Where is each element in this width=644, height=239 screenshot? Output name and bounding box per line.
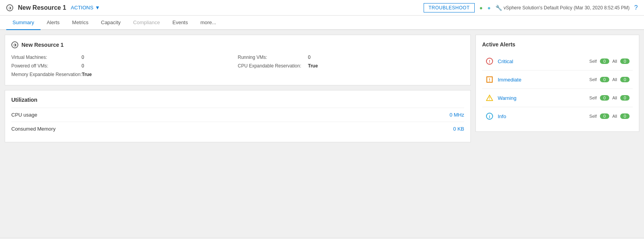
info-row-memory-reservation: Memory Expandable Reservation: True (11, 70, 238, 79)
svg-text:!: ! (489, 78, 490, 82)
cpu-reservation-value: True (308, 63, 318, 69)
critical-self-count: 0 (600, 58, 609, 64)
immediate-self-count: 0 (600, 77, 609, 82)
actions-button[interactable]: ACTIONS ▼ (71, 5, 100, 11)
tab-alerts[interactable]: Alerts (41, 16, 66, 30)
active-alerts-card: Active Alerts ! Critical Self 0 All 0 (475, 35, 639, 132)
powered-off-label: Powered off VMs: (11, 63, 82, 69)
svg-text:!: ! (489, 59, 490, 64)
warning-counts: Self 0 All 0 (589, 95, 630, 101)
warning-self-count: 0 (600, 95, 609, 101)
tab-bar: Summary Alerts Metrics Capacity Complian… (0, 16, 644, 30)
warning-all-count: 0 (620, 95, 630, 101)
running-label: Running VMs: (238, 55, 308, 60)
util-memory-row: Consumed Memory 0 KB (11, 122, 464, 136)
vms-label: Virtual Machines: (11, 55, 82, 60)
immediate-label[interactable]: Immediate (498, 77, 589, 83)
critical-all-label: All (612, 59, 617, 64)
alert-row-info: i Info Self 0 All 0 (482, 107, 633, 125)
util-memory-label: Consumed Memory (11, 126, 55, 132)
policy-icon: 🔧 (495, 5, 502, 11)
header: ◑ New Resource 1 ACTIONS ▼ TROUBLESHOOT … (0, 0, 644, 16)
main-content: ◑ New Resource 1 Virtual Machines: 0 Run… (0, 30, 644, 238)
status-icon-green: ● (479, 5, 483, 11)
alert-row-critical: ! Critical Self 0 All 0 (482, 52, 633, 71)
info-counts: Self 0 All 0 (589, 113, 630, 119)
warning-self-label: Self (589, 96, 597, 100)
info-all-label: All (612, 114, 617, 119)
immediate-all-count: 0 (620, 77, 630, 82)
tab-summary[interactable]: Summary (6, 16, 41, 30)
warning-label[interactable]: Warning (498, 95, 589, 101)
resource-info-card: ◑ New Resource 1 Virtual Machines: 0 Run… (5, 35, 471, 85)
util-cpu-label: CPU usage (11, 112, 37, 118)
resource-card-icon: ◑ (11, 41, 18, 48)
tab-capacity[interactable]: Capacity (95, 16, 127, 30)
header-left: ◑ New Resource 1 ACTIONS ▼ (6, 4, 100, 11)
troubleshoot-button[interactable]: TROUBLESHOOT (424, 3, 475, 12)
svg-text:i: i (489, 114, 490, 119)
right-column: Active Alerts ! Critical Self 0 All 0 (475, 35, 639, 233)
info-self-count: 0 (600, 113, 609, 119)
info-row-cpu-reservation: CPU Expandable Reservation: True (238, 62, 465, 70)
info-row-running: Running VMs: 0 (238, 53, 465, 62)
critical-self-label: Self (589, 59, 597, 64)
cpu-reservation-label: CPU Expandable Reservation: (238, 63, 308, 69)
status-icon-blue: ● (487, 5, 490, 11)
immediate-counts: Self 0 All 0 (589, 77, 630, 82)
page-title: New Resource 1 (18, 4, 66, 11)
left-column: ◑ New Resource 1 Virtual Machines: 0 Run… (5, 35, 471, 233)
alert-row-immediate: ! Immediate Self 0 All 0 (482, 71, 633, 89)
tab-metrics[interactable]: Metrics (66, 16, 95, 30)
alert-row-warning: ! Warning Self 0 All 0 (482, 89, 633, 107)
critical-all-count: 0 (620, 58, 630, 64)
running-value: 0 (308, 55, 311, 60)
utilization-card: Utilization CPU usage 0 MHz Consumed Mem… (5, 90, 471, 142)
chevron-down-icon: ▼ (95, 5, 100, 11)
resource-info-grid: Virtual Machines: 0 Running VMs: 0 Power… (11, 53, 464, 79)
resource-icon: ◑ (6, 4, 13, 11)
vms-value: 0 (82, 55, 84, 60)
util-cpu-row: CPU usage 0 MHz (11, 108, 464, 122)
immediate-icon: ! (485, 75, 494, 84)
critical-icon: ! (485, 57, 494, 66)
tab-compliance: Compliance (127, 16, 166, 30)
alerts-title: Active Alerts (482, 41, 633, 48)
header-right: TROUBLESHOOT ● ● 🔧 vSphere Solution's De… (424, 3, 638, 12)
info-row-vms: Virtual Machines: 0 (11, 53, 238, 62)
memory-reservation-label: Memory Expandable Reservation: (11, 72, 82, 77)
powered-off-value: 0 (82, 63, 84, 69)
critical-label[interactable]: Critical (498, 58, 589, 64)
help-icon[interactable]: ? (634, 4, 638, 11)
critical-counts: Self 0 All 0 (589, 58, 630, 64)
warning-all-label: All (612, 96, 617, 100)
svg-text:!: ! (489, 96, 490, 101)
warning-icon: ! (485, 94, 494, 102)
policy-label: 🔧 vSphere Solution's Default Policy (Mar… (495, 5, 630, 11)
utilization-title: Utilization (11, 97, 464, 103)
tab-events[interactable]: Events (166, 16, 194, 30)
info-label[interactable]: Info (498, 113, 589, 119)
memory-reservation-value: True (82, 72, 92, 77)
resource-card-title: ◑ New Resource 1 (11, 41, 464, 48)
immediate-self-label: Self (589, 77, 597, 82)
info-self-label: Self (589, 114, 597, 119)
util-memory-value: 0 KB (453, 126, 464, 132)
info-row-powered-off: Powered off VMs: 0 (11, 62, 238, 70)
info-icon: i (485, 112, 494, 120)
immediate-all-label: All (612, 77, 617, 82)
util-cpu-value: 0 MHz (449, 112, 464, 118)
tab-more[interactable]: more... (194, 16, 222, 30)
info-all-count: 0 (620, 113, 630, 119)
